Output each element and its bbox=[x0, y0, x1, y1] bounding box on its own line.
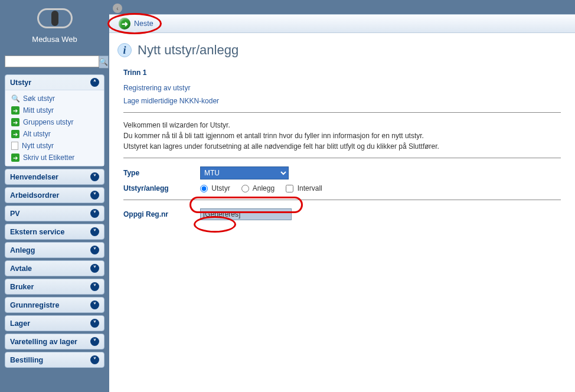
search-button[interactable]: 🔍 bbox=[99, 55, 109, 68]
divider bbox=[123, 200, 561, 200]
nav-header[interactable]: Grunnregistre ˅ bbox=[5, 298, 104, 312]
chevron-down-icon: ˅ bbox=[90, 319, 99, 328]
chevron-down-icon: ˅ bbox=[90, 355, 99, 364]
nav-header-label: Lager bbox=[10, 319, 30, 328]
search-icon: 🔍 bbox=[11, 94, 19, 103]
nav-section-anlegg: Anlegg ˅ bbox=[5, 242, 104, 258]
nav-header[interactable]: Anlegg ˅ bbox=[5, 243, 104, 257]
app-name: Medusa Web bbox=[0, 35, 109, 44]
nav-section-utstyr: Utstyr ˄ 🔍 Søk utstyr ➔ Mitt utstyr ➔ Gr… bbox=[5, 74, 104, 166]
divider bbox=[123, 112, 561, 113]
nav-section-ekstern-service: Ekstern service ˅ bbox=[5, 224, 104, 240]
back-icon[interactable]: ‹ bbox=[113, 4, 122, 13]
nav-item-label: Søk utstyr bbox=[23, 94, 55, 103]
nav-header-label: Varetelling av lager bbox=[10, 338, 77, 346]
wizard-content: Trinn 1 Registrering av utstyr Lage midl… bbox=[109, 68, 575, 220]
nav-header-label: PV bbox=[10, 210, 20, 218]
label-type: Type bbox=[123, 169, 200, 177]
divider bbox=[123, 158, 561, 158]
nav-header[interactable]: Bruker ˅ bbox=[5, 279, 104, 294]
nav-header-label: Utstyr bbox=[10, 79, 31, 87]
nav-item-sok-utstyr[interactable]: 🔍 Søk utstyr bbox=[5, 93, 104, 104]
link-registrering[interactable]: Registrering av utstyr bbox=[123, 84, 561, 92]
arrow-right-icon: ➔ bbox=[11, 106, 19, 115]
nav-header[interactable]: Lager ˅ bbox=[5, 316, 104, 331]
nav-section-grunnregistre: Grunnregistre ˅ bbox=[5, 297, 104, 313]
nav-section-lager: Lager ˅ bbox=[5, 315, 104, 331]
nav-section-bruker: Bruker ˅ bbox=[5, 279, 104, 295]
chevron-up-icon: ˄ bbox=[90, 78, 99, 87]
nav-header-label: Grunnregistre bbox=[10, 301, 59, 309]
chevron-down-icon: ˅ bbox=[90, 264, 99, 273]
row-type: Type MTU bbox=[123, 166, 561, 179]
regnr-field bbox=[200, 208, 292, 220]
eye-icon bbox=[37, 8, 73, 28]
welcome-text: Velkommen til wizarden for Utstyr. Du ko… bbox=[123, 121, 561, 151]
search-bar: 🔍 bbox=[5, 55, 104, 68]
info-icon: i bbox=[117, 43, 132, 57]
arrow-right-icon: ➔ bbox=[11, 153, 19, 162]
nav-section-arbeidsordrer: Arbeidsordrer ˅ bbox=[5, 187, 104, 203]
nav-header[interactable]: Avtale ˅ bbox=[5, 261, 104, 276]
app-logo: Medusa Web bbox=[0, 0, 109, 44]
nav-item-label: Skriv ut Etiketter bbox=[23, 153, 74, 162]
nav-section-bestilling: Bestilling ˅ bbox=[5, 352, 104, 368]
chevron-down-icon: ˅ bbox=[90, 191, 99, 200]
chevron-down-icon: ˅ bbox=[90, 282, 99, 291]
nav-section-henvendelser: Henvendelser ˅ bbox=[5, 169, 104, 185]
nav-item-gruppens-utstyr[interactable]: ➔ Gruppens utstyr bbox=[5, 116, 104, 128]
nav-header-label: Bestilling bbox=[10, 356, 43, 364]
nav-item-label: Alt utstyr bbox=[23, 130, 51, 138]
magnifier-icon: 🔍 bbox=[99, 58, 108, 66]
nav-item-label: Mitt utstyr bbox=[23, 106, 54, 115]
welcome-line: Utstyret kan lagres under forutsetning a… bbox=[123, 142, 561, 151]
radio-utstyr-label[interactable]: Utstyr bbox=[200, 184, 232, 192]
nav-header[interactable]: Bestilling ˅ bbox=[5, 352, 104, 367]
nav-section-pv: PV ˅ bbox=[5, 205, 104, 221]
nav-header[interactable]: Varetelling av lager ˅ bbox=[5, 334, 104, 349]
next-button[interactable]: ➜ Neste bbox=[115, 17, 157, 31]
row-regnr: Oppgi Reg.nr bbox=[123, 208, 561, 220]
row-utstyr-anlegg: Utstyr/anlegg Utstyr Anlegg Intervall bbox=[123, 184, 561, 192]
type-select[interactable]: MTU bbox=[200, 166, 289, 179]
chevron-down-icon: ˅ bbox=[90, 337, 99, 346]
search-input[interactable] bbox=[5, 55, 99, 67]
nav-header-utstyr[interactable]: Utstyr ˄ bbox=[5, 75, 104, 90]
radio-anlegg[interactable] bbox=[241, 185, 249, 192]
nav-header-label: Anlegg bbox=[10, 246, 35, 254]
check-intervall[interactable] bbox=[286, 185, 293, 192]
welcome-line: Du kommer nå til å bli tatt igjennom et … bbox=[123, 132, 561, 140]
chevron-down-icon: ˅ bbox=[90, 209, 99, 218]
nav-item-alt-utstyr[interactable]: ➔ Alt utstyr bbox=[5, 128, 104, 140]
nav-header[interactable]: Arbeidsordrer ˅ bbox=[5, 188, 104, 202]
label-regnr: Oppgi Reg.nr bbox=[123, 210, 200, 218]
nav-header-label: Arbeidsordrer bbox=[10, 191, 59, 200]
nav-header[interactable]: Ekstern service ˅ bbox=[5, 224, 104, 239]
radio-group-utstyr-anlegg: Utstyr Anlegg Intervall bbox=[200, 184, 332, 192]
arrow-right-icon: ➔ bbox=[11, 130, 19, 138]
page-header: i Nytt utstyr/anlegg bbox=[109, 33, 575, 64]
nav-header[interactable]: Henvendelser ˅ bbox=[5, 169, 104, 184]
nav-header-label: Avtale bbox=[10, 264, 32, 273]
arrow-right-icon: ➔ bbox=[11, 118, 19, 126]
nav-item-mitt-utstyr[interactable]: ➔ Mitt utstyr bbox=[5, 104, 104, 116]
link-nkkn-koder[interactable]: Lage midlertidige NKKN-koder bbox=[123, 97, 561, 105]
label-utstyr-anlegg: Utstyr/anlegg bbox=[123, 184, 200, 192]
welcome-line: Velkommen til wizarden for Utstyr. bbox=[123, 121, 561, 129]
step-heading: Trinn 1 bbox=[123, 68, 561, 77]
radio-anlegg-label[interactable]: Anlegg bbox=[241, 184, 276, 192]
go-arrow-icon: ➜ bbox=[119, 18, 130, 30]
nav-item-skriv-ut-etiketter[interactable]: ➔ Skriv ut Etiketter bbox=[5, 152, 104, 164]
nav-header[interactable]: PV ˅ bbox=[5, 206, 104, 221]
chevron-down-icon: ˅ bbox=[90, 227, 99, 236]
radio-utstyr[interactable] bbox=[200, 185, 208, 192]
nav-item-label: Nytt utstyr bbox=[22, 142, 54, 150]
next-button-label: Neste bbox=[134, 19, 153, 28]
check-intervall-label[interactable]: Intervall bbox=[286, 184, 322, 192]
nav-header-label: Ekstern service bbox=[10, 228, 64, 236]
top-strip: ‹ bbox=[109, 0, 575, 14]
nav-item-nytt-utstyr[interactable]: Nytt utstyr bbox=[5, 140, 104, 152]
page-title: Nytt utstyr/anlegg bbox=[138, 43, 239, 58]
nav-section-varetelling: Varetelling av lager ˅ bbox=[5, 334, 104, 349]
chevron-down-icon: ˅ bbox=[90, 172, 99, 181]
